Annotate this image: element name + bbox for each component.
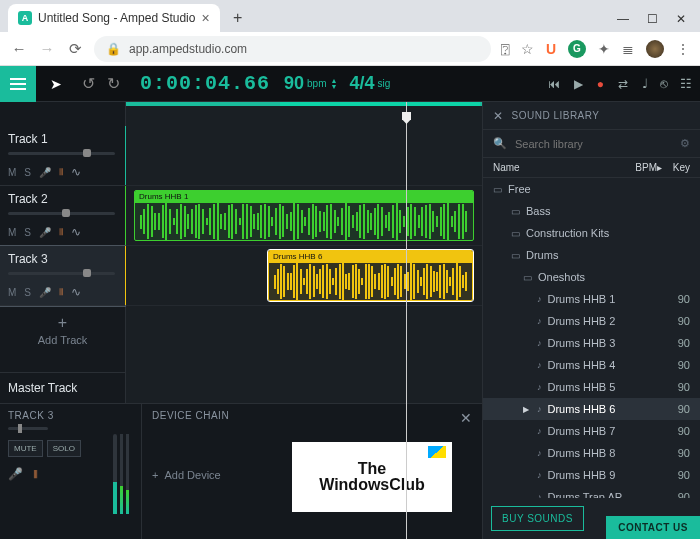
track-header-2[interactable]: Track 2 M S 🎤 ⦀ ∿ [0,186,125,246]
extension-u-icon[interactable]: U [546,41,556,57]
reading-list-icon[interactable]: ≣ [622,41,634,57]
sound-item[interactable]: ♪Drums HHB 790 [483,420,700,442]
sound-item[interactable]: ♪Drums Trap AP90 [483,486,700,498]
mic-icon[interactable]: 🎤 [39,167,51,178]
search-input[interactable] [515,138,672,150]
extension-g-icon[interactable]: G [568,40,586,58]
track-header-3[interactable]: Track 3 M S 🎤 ⦀ ∿ [0,246,125,306]
settings-icon[interactable]: ⎋ [660,76,668,91]
folder-bass[interactable]: ▭ Bass [483,200,700,222]
close-library-icon[interactable]: ✕ [493,109,504,123]
play-icon[interactable]: ▶ [523,405,531,414]
folder-oneshots[interactable]: ▭ Oneshots [483,266,700,288]
redo-button[interactable]: ↻ [107,74,120,93]
solo-button[interactable]: SOLO [47,440,81,457]
extensions-icon[interactable]: ✦ [598,41,610,57]
automation-icon[interactable]: ∿ [71,225,81,239]
watermark-flag-icon [428,446,446,458]
volume-slider[interactable] [8,212,115,215]
folder-free[interactable]: ▭ Free [483,178,700,200]
close-window-icon[interactable]: ✕ [676,12,686,26]
reload-button[interactable]: ⟳ [66,40,84,58]
metronome-icon[interactable]: ♩ [642,76,648,91]
lane-1[interactable] [126,126,482,186]
playhead-marker[interactable] [402,112,411,124]
piano-icon[interactable]: ⦀ [59,286,63,298]
play-button[interactable]: ▶ [574,77,583,91]
plus-icon: + [58,314,67,332]
back-button[interactable]: ← [10,40,28,57]
lane-3[interactable]: Drums HHB 6 [126,246,482,306]
new-tab-button[interactable]: + [226,6,250,30]
audio-clip-1[interactable]: Drums HHB 1 [134,190,474,241]
minimize-icon[interactable]: — [617,12,629,26]
mic-icon[interactable]: 🎤 [39,227,51,238]
maximize-icon[interactable]: ☐ [647,12,658,26]
col-bpm[interactable]: BPM▸ [630,162,662,173]
sound-bpm: 90 [658,491,690,498]
sound-item[interactable]: ♪Drums HHB 390 [483,332,700,354]
tempo-value[interactable]: 90 [284,73,304,94]
sound-item[interactable]: ♪Drums HHB 590 [483,376,700,398]
automation-icon[interactable]: ∿ [71,165,81,179]
timesig-value[interactable]: 4/4 [349,73,374,94]
tab-close-icon[interactable]: × [201,10,209,26]
folder-drums[interactable]: ▭ Drums [483,244,700,266]
timecode-display[interactable]: 0:00:04.66 [140,72,270,95]
lane-2[interactable]: Drums HHB 1 [126,186,482,246]
share-icon[interactable]: ⍰ [501,41,509,57]
automation-icon[interactable]: ∿ [71,285,81,299]
browser-tab[interactable]: A Untitled Song - Amped Studio × [8,4,220,32]
tempo-stepper[interactable]: ▲▼ [331,78,338,90]
sound-item[interactable]: ♪Drums HHB 290 [483,310,700,332]
sound-item[interactable]: ♪Drums HHB 490 [483,354,700,376]
loop-region[interactable] [280,102,480,106]
volume-slider[interactable] [8,152,115,155]
mixer-icon[interactable]: ☷ [680,76,692,91]
star-icon[interactable]: ☆ [521,41,534,57]
piano-icon[interactable]: ⦀ [33,467,38,481]
record-button[interactable]: ● [597,77,604,91]
piano-icon[interactable]: ⦀ [59,226,63,238]
menu-icon[interactable]: ⋮ [676,41,690,57]
sound-item[interactable]: ♪Drums HHB 990 [483,464,700,486]
rewind-button[interactable]: ⏮ [548,77,560,91]
forward-button[interactable]: → [38,40,56,57]
plus-icon: + [152,469,158,481]
close-panel-icon[interactable]: ✕ [460,410,472,426]
mute-button[interactable]: M [8,167,16,178]
col-key[interactable]: Key [662,162,690,173]
folder-construction-kits[interactable]: ▭ Construction Kits [483,222,700,244]
pan-slider[interactable] [8,427,48,430]
mute-button[interactable]: M [8,287,16,298]
loop-button[interactable]: ⇄ [618,77,628,91]
mic-icon[interactable]: 🎤 [39,287,51,298]
track-header-1[interactable]: Track 1 M S 🎤 ⦀ ∿ [0,126,125,186]
solo-button[interactable]: S [24,167,31,178]
sound-item[interactable]: ♪Drums HHB 190 [483,288,700,310]
solo-button[interactable]: S [24,227,31,238]
main-menu-button[interactable] [0,66,36,102]
piano-icon[interactable]: ⦀ [59,166,63,178]
filter-icon[interactable]: ⚙ [680,137,690,150]
channel-faders[interactable] [113,434,133,514]
profile-avatar[interactable] [646,40,664,58]
url-field[interactable]: 🔒 app.ampedstudio.com [94,36,491,62]
sound-item[interactable]: ♪Drums HHB 890 [483,442,700,464]
track-name: Track 1 [8,132,117,146]
undo-button[interactable]: ↺ [82,74,95,93]
audio-clip-2[interactable]: Drums HHB 6 [268,250,473,301]
pointer-tool-icon[interactable]: ➤ [50,76,62,92]
sound-item[interactable]: ▶♪Drums HHB 690 [483,398,700,420]
buy-sounds-button[interactable]: BUY SOUNDS [491,506,584,531]
add-track-button[interactable]: + Add Track [0,306,125,354]
mic-icon[interactable]: 🎤 [8,467,23,481]
library-tree[interactable]: ▭ Free ▭ Bass ▭ Construction Kits ▭ Drum… [483,178,700,498]
solo-button[interactable]: S [24,287,31,298]
master-track-header[interactable]: Master Track [0,372,125,402]
contact-us-button[interactable]: CONTACT US [606,516,700,539]
volume-slider[interactable] [8,272,115,275]
mute-button[interactable]: M [8,227,16,238]
col-name[interactable]: Name [493,162,630,173]
mute-button[interactable]: MUTE [8,440,43,457]
